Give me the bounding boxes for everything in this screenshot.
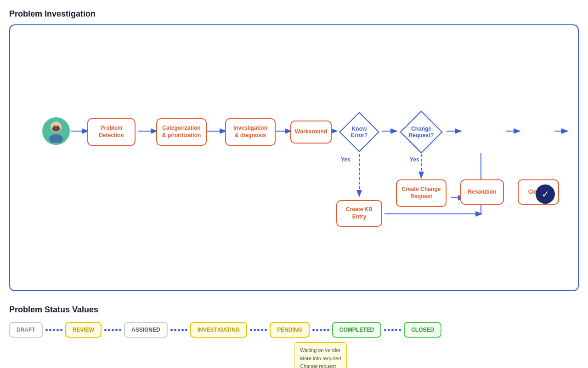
dot <box>254 329 256 331</box>
pending-tooltip-wrapper: Waiting on vendorMore info requiredChang… <box>294 342 579 368</box>
dot <box>399 329 401 331</box>
arrows-svg <box>19 39 569 269</box>
dots-1 <box>45 329 62 331</box>
status-section-title: Problem Status Values <box>9 305 579 315</box>
node-resolution: Resolution <box>460 179 504 205</box>
svg-point-18 <box>49 134 63 143</box>
status-badge-draft: DRAFT <box>9 322 43 338</box>
dot <box>391 329 394 331</box>
node-categorization: Categorization & prioritization <box>156 118 207 146</box>
dots-5 <box>312 329 329 331</box>
svg-point-16 <box>53 126 55 127</box>
dot <box>384 329 386 331</box>
status-badge-investigating: INVESTIGATING <box>190 322 247 338</box>
dot <box>112 329 114 331</box>
node-create-change-request: Create Change Request <box>396 179 447 207</box>
dots-6 <box>384 329 401 331</box>
node-create-kb-entry: Create KB Entry <box>336 200 382 227</box>
dot <box>49 329 51 331</box>
dot <box>170 329 173 331</box>
dots-2 <box>104 329 121 331</box>
status-bar: DRAFT REVIEW ASSIGNED <box>9 322 579 338</box>
status-badge-pending: PENDING <box>270 322 310 338</box>
status-section: Problem Status Values DRAFT REVIEW <box>9 305 579 368</box>
status-badge-completed: COMPLETED <box>332 322 381 338</box>
dot <box>257 329 260 331</box>
yes-label-change-request: Yes <box>410 156 419 163</box>
pending-note: Waiting on vendorMore info requiredChang… <box>294 342 347 368</box>
dots-3 <box>170 329 187 331</box>
node-know-error: KnowError? <box>336 114 382 150</box>
dot <box>250 329 252 331</box>
dot <box>320 329 322 331</box>
dot <box>316 329 318 331</box>
dot <box>115 329 118 331</box>
dot <box>327 329 329 331</box>
dot <box>108 329 110 331</box>
svg-point-17 <box>57 126 58 127</box>
dot <box>265 329 267 331</box>
dot <box>388 329 390 331</box>
dot <box>323 329 326 331</box>
flow-area: Problem Detection Categorization & prior… <box>19 39 569 269</box>
dot <box>178 329 180 331</box>
dot <box>312 329 315 331</box>
page-title: Problem Investigation <box>9 9 579 19</box>
node-change-request-question: ChangeRequest? <box>396 114 447 150</box>
diagram-container: Problem Detection Categorization & prior… <box>9 24 579 291</box>
status-badge-closed: CLOSED <box>404 322 441 338</box>
dot <box>45 329 48 331</box>
dot <box>53 329 55 331</box>
status-badge-assigned: ASSIGNED <box>124 322 168 338</box>
yes-label-know-error: Yes <box>341 156 351 163</box>
dot <box>395 329 397 331</box>
dot <box>104 329 107 331</box>
dot <box>119 329 121 331</box>
svg-point-15 <box>52 126 60 132</box>
dot <box>181 329 184 331</box>
status-badge-review: REVIEW <box>65 322 102 338</box>
node-investigation: Investigation & diagnosis <box>225 118 276 146</box>
dot <box>185 329 187 331</box>
completion-checkmark: ✓ <box>536 184 555 204</box>
node-problem-detection: Problem Detection <box>87 118 136 146</box>
node-workaround: Workaround <box>290 121 332 144</box>
dot <box>261 329 263 331</box>
avatar <box>42 117 70 145</box>
dot <box>174 329 176 331</box>
dots-4 <box>250 329 267 331</box>
dot <box>57 329 59 331</box>
dot <box>60 329 62 331</box>
